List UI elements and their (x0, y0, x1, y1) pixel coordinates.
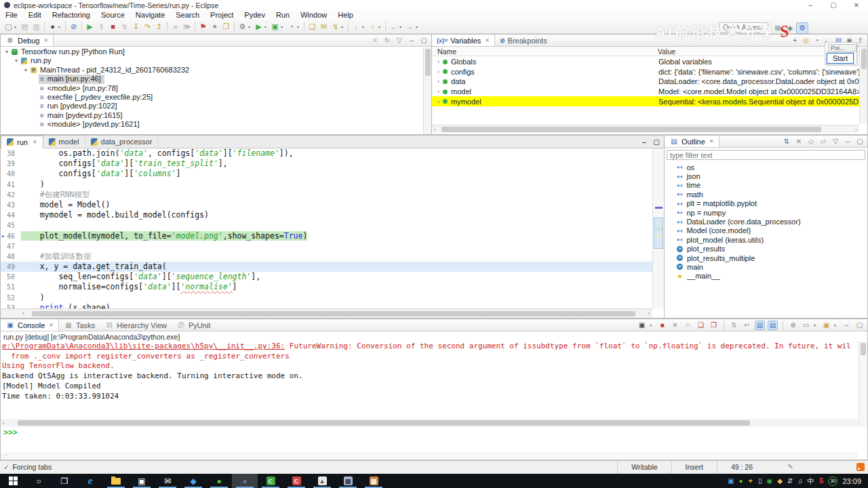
scroll-lock-button[interactable]: ⇅ (729, 321, 739, 330)
debug-tree-item[interactable]: ≡main [pydevd.py:1615] (1, 111, 423, 120)
line-number[interactable]: 52 (1, 293, 21, 303)
next-annotation-button[interactable]: ↓ (351, 21, 362, 33)
outline-item[interactable]: Mplot_results (665, 245, 867, 253)
terminate-button[interactable]: ■ (657, 321, 667, 330)
cortana-button[interactable]: ○ (26, 474, 52, 488)
code-line[interactable]: 49 x, y = data.get_train_data( (1, 262, 652, 272)
open-perspective-icon[interactable]: ⊞ (772, 22, 784, 34)
close-icon[interactable]: ✕ (49, 322, 54, 328)
expand-twisty-icon[interactable]: › (437, 98, 439, 105)
forward-button[interactable]: → (404, 21, 416, 33)
maximize-icon[interactable]: ▢ (652, 137, 661, 146)
tray-network-icon[interactable]: ⇵ (787, 477, 793, 485)
battery-indicator[interactable]: 30 (828, 476, 837, 486)
step-return-button[interactable]: ↥ (153, 21, 165, 33)
tab-breakpoints[interactable]: ⊘Breakpoints (495, 35, 552, 46)
line-number[interactable]: 38 (1, 148, 21, 159)
expand-twisty-icon[interactable]: ▾ (22, 66, 29, 75)
outline-item[interactable]: ↤Model (core.model) (665, 226, 867, 235)
remove-all-launches-button[interactable]: ✕ (683, 321, 693, 330)
debug-tree-item[interactable]: ≡<module> [pydevd.py:1621] (1, 120, 423, 129)
menu-help[interactable]: Help (332, 11, 359, 19)
variables-hscrollbar[interactable]: ‹ › (432, 125, 859, 133)
tray-green-app-icon[interactable]: ● (739, 477, 743, 485)
dev-cpp-red-app[interactable]: C (283, 474, 309, 488)
expand-twisty-icon[interactable]: ▾ (13, 56, 20, 65)
back-button[interactable]: ← (388, 21, 399, 33)
tab-hierarchy-view[interactable]: ⊟Hierarchy View (100, 319, 172, 331)
remove-all-terminated-button[interactable]: ❏ (696, 321, 706, 330)
resume-button[interactable]: ▶ (84, 21, 96, 33)
debug-tree-item[interactable]: ▾Tensorflow run.py [Python Run] (1, 47, 423, 56)
debug-tree-item[interactable]: ≡main [run.py:46] (1, 75, 423, 83)
pydev-perspective-icon[interactable]: ◈ (784, 22, 796, 34)
step-into-button[interactable]: ↧ (130, 21, 142, 33)
expand-twisty-icon[interactable]: › (437, 58, 439, 65)
code-line[interactable]: 40 configs['data']['columns'] (1, 169, 652, 179)
variable-row[interactable]: ›dataDataLoader: <core.data_processor.Da… (432, 77, 859, 87)
console-link[interactable]: e:\ProgramData\Anaconda3\lib\site-packag… (2, 342, 285, 350)
feed-icon[interactable] (856, 463, 865, 471)
minimize-icon[interactable]: – (639, 137, 649, 146)
tab-tasks[interactable]: ▦Tasks (59, 319, 100, 331)
variable-row[interactable]: ›mymodelSequential: <keras.models.Sequen… (432, 96, 859, 106)
outline-filter-input[interactable] (667, 150, 865, 160)
run-button[interactable]: ▶ (253, 21, 264, 33)
editor-tab-data_processor[interactable]: data_processor (85, 136, 159, 148)
line-number[interactable]: 43 (1, 200, 21, 210)
code-line[interactable]: 38 os.path.join('data', configs['data'][… (1, 148, 652, 159)
profile-button[interactable]: ◔ (285, 21, 297, 33)
paint-app[interactable]: ▧ (361, 474, 387, 488)
search-button[interactable]: ⌖ (209, 21, 220, 33)
input-indicator[interactable]: 中 (808, 476, 814, 486)
hide-fields-icon[interactable]: ◇ (806, 137, 816, 146)
open-console-button[interactable]: ❒ (220, 21, 232, 33)
pin-icon[interactable]: + (791, 36, 800, 45)
flag-button[interactable]: ⚑ (197, 21, 209, 33)
show-stdout-button[interactable]: ▤ (755, 321, 765, 330)
remove-all-terminated-icon[interactable]: ✕ (370, 36, 380, 45)
column-name[interactable]: Name (437, 47, 456, 56)
word-wrap-button[interactable]: ↩ (742, 321, 752, 330)
new-wizard-button[interactable]: ▢ (3, 21, 14, 33)
code-line[interactable]: 47 (1, 241, 652, 251)
menu-window[interactable]: Window (295, 11, 332, 19)
variable-row[interactable]: ›configsdict: {'data': {'filename': 'sin… (432, 67, 859, 77)
terminate-button[interactable]: ■ (107, 21, 119, 33)
scroll-right-icon[interactable]: › (648, 310, 650, 317)
outline-item[interactable]: ↤plot_model (keras.utils) (665, 235, 867, 244)
line-number[interactable]: 41 (1, 180, 21, 190)
sort-icon[interactable]: ⇅ (782, 137, 791, 146)
debug-tree-item[interactable]: ≡execfile [_pydev_execfile.py:25] (1, 93, 423, 102)
console-prompt[interactable]: >>> (3, 428, 18, 437)
tray-phone-icon[interactable]: ▯ (758, 477, 762, 485)
menu-source[interactable]: Source (96, 11, 130, 19)
quick-access-input[interactable] (719, 22, 768, 33)
forward-button-dropdown[interactable]: ▾ (416, 24, 420, 29)
code-line[interactable]: 44 mymodel = model.build_model(configs) (1, 210, 652, 220)
prev-annotation-button-dropdown[interactable]: ▾ (378, 24, 383, 29)
debug-tree-item[interactable]: ▾run.py (1, 56, 423, 65)
display-console-button-dropdown[interactable]: ▾ (814, 323, 818, 327)
menu-refactoring[interactable]: Refactoring (47, 11, 96, 19)
tray-paw-icon[interactable]: ✦ (748, 477, 753, 485)
sogou-icon[interactable]: S (819, 477, 824, 485)
open-console-button-dropdown[interactable]: ▾ (834, 323, 839, 327)
start-button[interactable] (0, 474, 26, 488)
minimize-button[interactable]: – (799, 0, 822, 10)
tab-debug[interactable]: ⚙ Debug ✕ (1, 35, 54, 46)
editor-tab-model[interactable]: model (43, 136, 85, 148)
open-mail-button[interactable]: ✉ (318, 21, 330, 33)
skip-breakpoints-button[interactable]: ⊘ (68, 21, 79, 33)
line-number[interactable]: 40 (1, 169, 21, 179)
outline-item[interactable]: ↤json (665, 171, 867, 180)
collapse-all-icon[interactable]: ✕ (794, 137, 804, 146)
use-step-filters-button[interactable]: ≫ (181, 21, 193, 33)
settings-button[interactable]: ⚙ (237, 21, 248, 33)
settings-button-dropdown[interactable]: ▾ (248, 24, 253, 29)
scroll-left-icon[interactable]: ‹ (22, 310, 24, 317)
pin-console-button[interactable]: ⊕ (788, 321, 798, 330)
tab-variables[interactable]: (x)=Variables✕ (432, 35, 495, 46)
view-menu-icon[interactable]: ▽ (831, 137, 840, 146)
code-line[interactable]: 51 normalise=configs['data']['normalise'… (1, 282, 652, 292)
